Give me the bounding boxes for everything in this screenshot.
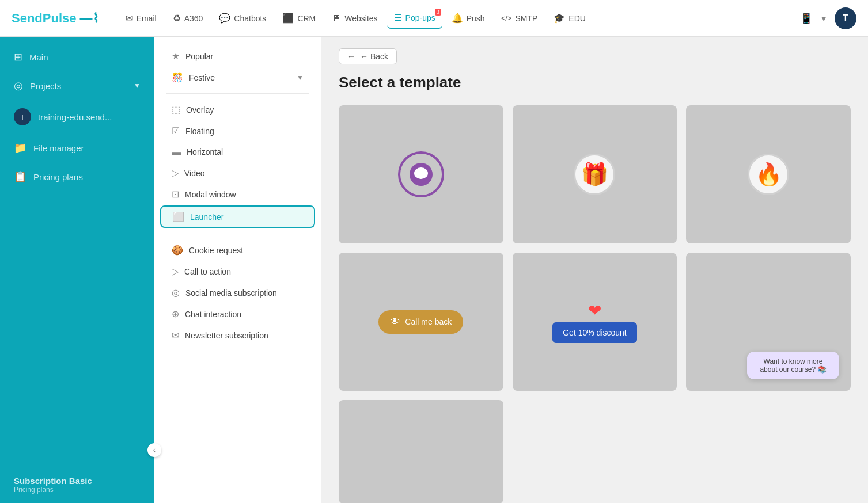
- logo-text: SendPulse: [12, 11, 76, 25]
- discount-label: Get 10% discount: [563, 328, 627, 337]
- projects-arrow-icon: ▼: [134, 82, 141, 90]
- mobile-icon[interactable]: 📱: [800, 12, 813, 25]
- chat-circle-icon: [398, 151, 444, 197]
- popups-nav-icon: ☰: [394, 12, 402, 23]
- modal-filter-icon: ⊡: [172, 189, 179, 200]
- templates-main-content: ← ← Back Select a template: [321, 37, 868, 503]
- filter-social-media[interactable]: ◎ Social media subscription: [160, 283, 315, 303]
- call-me-back-label: Call me back: [405, 317, 452, 326]
- top-navigation: SendPulse —⌇ ✉ Email ♻ A360 💬 Chatbots ⬛…: [0, 0, 868, 37]
- filter-modal-window[interactable]: ⊡ Modal window: [160, 184, 315, 204]
- user-avatar[interactable]: T: [835, 7, 856, 29]
- popular-filter-label: Popular: [185, 52, 213, 61]
- fire-circle: 🔥: [748, 154, 789, 195]
- overlay-filter-icon: ⬚: [172, 104, 180, 115]
- nav-push[interactable]: 🔔 Push: [445, 8, 492, 28]
- chat-bubble-text: Want to know more about our course? 📚: [760, 357, 826, 374]
- nav-crm[interactable]: ⬛ CRM: [275, 8, 323, 28]
- sidebar-collapse-button[interactable]: ‹: [147, 443, 161, 457]
- sidebar-item-file-manager[interactable]: 📁 File manager: [0, 134, 154, 162]
- filter-video[interactable]: ▷ Video: [160, 163, 315, 183]
- smtp-nav-icon: </>: [501, 14, 512, 22]
- newsletter-filter-label: Newsletter subscription: [185, 331, 268, 340]
- filter-cookie[interactable]: 🍪 Cookie request: [160, 240, 315, 260]
- filter-launcher[interactable]: ⬜ Launcher: [160, 205, 315, 228]
- back-arrow-icon: ←: [347, 52, 355, 61]
- chat-filter-label: Chat interaction: [185, 310, 241, 319]
- plan-label: Pricing plans: [14, 486, 141, 494]
- expand-icon[interactable]: ▼: [820, 14, 828, 23]
- template-card-chat[interactable]: [339, 105, 503, 243]
- panel-divider-2: [166, 234, 309, 234]
- template-filter-panel: ★ Popular 🎊 Festive ▼ ⬚ Overlay ☑ Floati…: [154, 37, 321, 503]
- nav-email[interactable]: ✉ Email: [119, 8, 164, 28]
- nav-popups[interactable]: ☰ Pop-ups β: [387, 7, 442, 29]
- sidebar-item-account[interactable]: T training-edu.send...: [0, 100, 154, 134]
- chat-bubble-widget: Want to know more about our course? 📚: [747, 352, 839, 379]
- template-card-chat-bubble[interactable]: Want to know more about our course? 📚: [686, 253, 851, 391]
- pricing-plans-icon: 📋: [14, 170, 26, 183]
- nav-a360[interactable]: ♻ A360: [166, 8, 210, 28]
- collapse-icon: ‹: [153, 446, 156, 454]
- template-card-gift[interactable]: 🎁: [513, 105, 677, 243]
- festive-filter-label: Festive: [189, 73, 215, 82]
- cookie-filter-label: Cookie request: [189, 246, 243, 255]
- nav-right-actions: 📱 ▼ T: [800, 7, 856, 29]
- push-nav-icon: 🔔: [452, 13, 463, 24]
- template-card-callmeback[interactable]: 👁 Call me back: [339, 253, 503, 391]
- nav-websites[interactable]: 🖥 Websites: [325, 9, 384, 28]
- logo: SendPulse —⌇: [12, 11, 99, 26]
- template-card-discount[interactable]: ❤ Get 10% discount: [513, 253, 677, 391]
- crm-nav-icon: ⬛: [282, 13, 294, 24]
- main-icon: ⊞: [14, 51, 22, 63]
- floating-filter-label: Floating: [185, 127, 214, 136]
- launcher-filter-label: Launcher: [190, 212, 223, 222]
- video-filter-icon: ▷: [172, 167, 179, 178]
- smtp-nav-label: SMTP: [515, 14, 537, 23]
- templates-grid: 🎁 🔥 👁 Call m: [339, 105, 851, 503]
- filter-overlay[interactable]: ⬚ Overlay: [160, 100, 315, 120]
- file-manager-icon: 📁: [14, 142, 26, 154]
- horizontal-filter-icon: ▬: [172, 147, 181, 157]
- chatbots-nav-label: Chatbots: [234, 14, 266, 23]
- account-avatar: T: [14, 108, 31, 125]
- a360-nav-icon: ♻: [173, 13, 181, 24]
- filter-festive[interactable]: 🎊 Festive ▼: [160, 67, 315, 87]
- template-card-empty[interactable]: [339, 400, 503, 503]
- filter-popular[interactable]: ★ Popular: [160, 46, 315, 66]
- template-card-fire[interactable]: 🔥: [686, 105, 851, 243]
- plan-name: Subscription Basic: [14, 476, 141, 486]
- edu-nav-icon: 🎓: [554, 13, 565, 24]
- nav-chatbots[interactable]: 💬 Chatbots: [212, 8, 273, 28]
- call-me-back-widget: 👁 Call me back: [378, 310, 463, 334]
- sidebar-item-projects[interactable]: ◎ Projects ▼: [0, 71, 154, 100]
- chat-filter-icon: ⊕: [172, 308, 179, 319]
- heart-icon: ❤: [588, 301, 601, 320]
- websites-nav-icon: 🖥: [332, 13, 341, 24]
- filter-floating[interactable]: ☑ Floating: [160, 121, 315, 141]
- nav-edu[interactable]: 🎓 EDU: [547, 8, 593, 28]
- main-label: Main: [29, 52, 48, 62]
- nav-smtp[interactable]: </> SMTP: [494, 9, 545, 28]
- video-filter-label: Video: [184, 169, 205, 178]
- sidebar-item-pricing-plans[interactable]: 📋 Pricing plans: [0, 162, 154, 191]
- fire-icon: 🔥: [755, 162, 782, 187]
- popular-filter-icon: ★: [172, 51, 180, 62]
- filter-newsletter[interactable]: ✉ Newsletter subscription: [160, 325, 315, 345]
- filter-chat-interaction[interactable]: ⊕ Chat interaction: [160, 304, 315, 324]
- back-button[interactable]: ← ← Back: [339, 48, 397, 64]
- filter-horizontal[interactable]: ▬ Horizontal: [160, 142, 315, 162]
- pricing-plans-label: Pricing plans: [33, 172, 83, 182]
- modal-filter-label: Modal window: [185, 190, 236, 199]
- sidebar-item-main[interactable]: ⊞ Main: [0, 43, 154, 71]
- websites-nav-label: Websites: [344, 14, 377, 23]
- newsletter-filter-icon: ✉: [172, 330, 179, 341]
- filter-call-to-action[interactable]: ▷ Call to action: [160, 261, 315, 281]
- email-nav-icon: ✉: [126, 13, 133, 24]
- cta-filter-icon: ▷: [172, 266, 179, 277]
- svg-point-1: [414, 167, 428, 179]
- gift-icon: 🎁: [581, 162, 608, 187]
- panel-divider-1: [166, 93, 309, 94]
- chat-bubble-icon: [408, 162, 434, 187]
- crm-nav-label: CRM: [297, 14, 316, 23]
